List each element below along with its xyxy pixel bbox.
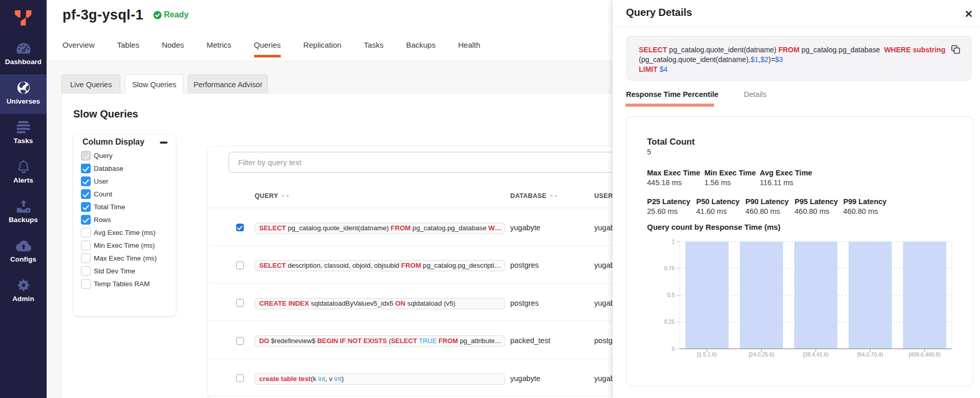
svg-text:[1.5,1.6): [1.5,1.6)	[697, 351, 717, 357]
svg-text:[38.4,41.6): [38.4,41.6)	[803, 351, 828, 357]
svg-text:0.75: 0.75	[664, 265, 675, 271]
svg-text:[409.6,460.8): [409.6,460.8)	[909, 351, 941, 357]
svg-text:1: 1	[672, 238, 675, 245]
svg-text:0.25: 0.25	[664, 319, 675, 325]
svg-text:0.5: 0.5	[667, 292, 675, 298]
svg-text:[64.0,70.4): [64.0,70.4)	[858, 351, 883, 357]
svg-text:0: 0	[672, 346, 675, 352]
svg-text:[24.0,25.6): [24.0,25.6)	[748, 351, 774, 357]
